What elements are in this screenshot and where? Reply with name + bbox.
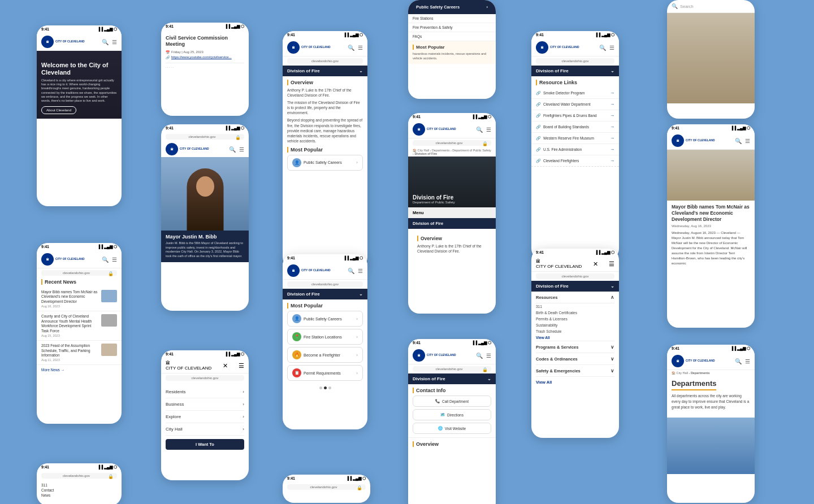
i-want-to-button[interactable]: I Want To: [166, 439, 244, 450]
search-icon[interactable]: 🔍: [735, 358, 742, 364]
close-icon[interactable]: ✕: [593, 260, 598, 268]
hero-title: Welcome to the City of Cleveland: [41, 62, 117, 76]
codes-label: Codes & Ordinances: [536, 357, 578, 362]
link-311[interactable]: 311: [41, 483, 117, 488]
news-item-2[interactable]: County and City of Cleveland Announce Yo…: [37, 311, 122, 341]
nav-sustainability[interactable]: Sustainability: [536, 322, 614, 328]
menu-icon[interactable]: ☰: [112, 39, 117, 45]
popular-item-permits[interactable]: 📋 Permit Requirements ›: [287, 365, 363, 381]
news-item-1[interactable]: Mayor Bibb names Tom McNair as Cleveland…: [37, 287, 122, 311]
safety-section-header[interactable]: Safety & Emergencies ∨: [536, 365, 614, 377]
time: 9:41: [672, 346, 679, 351]
chevron-down-icon[interactable]: ⌄: [487, 376, 491, 381]
menu-icon[interactable]: ☰: [609, 45, 614, 51]
menu-item-business[interactable]: Business ›: [166, 398, 244, 411]
nav-icons[interactable]: 🔍 ☰: [102, 257, 117, 263]
nav-311[interactable]: 311: [536, 303, 614, 310]
search-icon[interactable]: 🔍: [348, 268, 354, 274]
menu-item-cityhall[interactable]: City Hall ›: [166, 423, 244, 436]
nav-view-all-main[interactable]: View All: [536, 377, 614, 388]
nav-trash[interactable]: Trash Schedule: [536, 328, 614, 334]
menu-item[interactable]: Division of Fire: [408, 218, 496, 229]
directions-btn[interactable]: 🗺️ Directions: [413, 409, 491, 420]
logo-circle: 🏛: [287, 41, 300, 54]
chevron-down-icon[interactable]: ⌄: [610, 68, 614, 73]
search-icon[interactable]: 🔍: [476, 353, 483, 359]
about-button[interactable]: About Cleveland: [41, 106, 76, 114]
links-area: 311 Contact News: [37, 480, 122, 500]
nav-icons[interactable]: 🔍 ☰: [229, 146, 244, 153]
news-title: County and City of Cleveland Announce Yo…: [41, 314, 99, 333]
link-icon: 🔗: [536, 125, 541, 129]
menu-icon[interactable]: ☰: [745, 358, 750, 364]
popular-item[interactable]: 👤 Public Safety Careers ›: [287, 155, 363, 171]
nav-icons[interactable]: 🔍 ☰: [476, 353, 491, 359]
search-bar[interactable]: 🔍 Search: [667, 0, 755, 13]
search-icon[interactable]: 🔍: [599, 45, 606, 51]
menu-header: 🏛 CITY OF CLEVELAND ✕ ☰: [161, 358, 249, 373]
signal-icons: ▐▐ ▂▄▆ ⬡: [730, 126, 750, 131]
chevron-down-icon[interactable]: ⌄: [359, 68, 363, 73]
resource-link-1[interactable]: 🔗 Smoke Detector Program →: [531, 88, 619, 99]
resources-section-header[interactable]: Resources ∧: [536, 292, 614, 303]
popular-item-stations[interactable]: 📍 Fire Station Locations ›: [287, 329, 363, 345]
menu-icon[interactable]: ☰: [486, 127, 491, 133]
resource-link-2[interactable]: 🔗 Cleveland Water Department →: [531, 99, 619, 110]
menu-icon[interactable]: ☰: [239, 362, 244, 370]
more-news-link[interactable]: More News →: [37, 365, 122, 375]
chevron-down-icon[interactable]: ⌄: [610, 284, 614, 289]
event-url-text: https://www.youtube.com/cjcivilservice..…: [171, 55, 232, 59]
call-department-btn[interactable]: 📞 Call Department: [413, 396, 491, 407]
resource-link-6[interactable]: 🔗 U.S. Fire Administration →: [531, 144, 619, 155]
search-icon[interactable]: 🔍: [348, 45, 354, 51]
visit-website-btn[interactable]: 🌐 Visit Website: [413, 423, 491, 434]
nav-icons[interactable]: 🔍 ☰: [599, 45, 614, 51]
search-icon[interactable]: 🔍: [102, 257, 109, 263]
chevron-down-icon[interactable]: ⌄: [359, 292, 363, 297]
nav-view-all-resources[interactable]: View All: [536, 334, 614, 341]
nav-icons[interactable]: 🔍 ☰: [348, 45, 363, 51]
resource-link-7[interactable]: 🔗 Cleveland Firefighters →: [531, 155, 619, 167]
menu-icon[interactable]: ☰: [112, 257, 117, 263]
news-item-3[interactable]: 2023 Feast of the Assumption Schedule, T…: [37, 341, 122, 365]
search-icon[interactable]: 🔍: [102, 39, 109, 45]
search-icon[interactable]: 🔍: [735, 138, 742, 144]
close-icon[interactable]: ✕: [223, 362, 228, 370]
news-text: 2023 Feast of the Assumption Schedule, T…: [41, 344, 99, 362]
nav-permits[interactable]: Permits & Licenses: [536, 316, 614, 322]
menu-item-residents[interactable]: Residents ›: [166, 386, 244, 398]
site-name: CITY OF CLEVELAND: [427, 354, 456, 357]
nav-icons[interactable]: 🔍 ☰: [476, 127, 491, 133]
resource-link-3[interactable]: 🔗 Firefighters Pipes & Drums Band →: [531, 110, 619, 121]
nav-icons[interactable]: 🔍 ☰: [102, 39, 117, 45]
popular-item-firefighter[interactable]: 🔥 Become a Firefighter ›: [287, 347, 363, 363]
search-text[interactable]: Search: [680, 4, 694, 9]
nav-icons[interactable]: 🔍 ☰: [735, 358, 750, 364]
chevron-down-icon: ∨: [610, 356, 614, 362]
overview-title: Overview: [287, 80, 363, 85]
menu-item-explore[interactable]: Explore ›: [166, 411, 244, 423]
link-news[interactable]: News: [41, 493, 117, 498]
nav-icons[interactable]: 🔍 ☰: [735, 138, 750, 144]
resource-link-5[interactable]: 🔗 Western Reserve Fire Museum →: [531, 133, 619, 144]
link-contact[interactable]: Contact: [41, 488, 117, 493]
pagination-dots: [283, 383, 367, 393]
arrow-icon: →: [610, 124, 614, 129]
search-icon[interactable]: 🔍: [476, 127, 483, 133]
status-bar: 9:41 ▐▐ ▂▄▆ ⬡: [667, 345, 755, 353]
dropdown-item[interactable]: Public Safety Careers ›: [413, 3, 491, 11]
menu-icon[interactable]: ☰: [486, 353, 491, 359]
menu-icon[interactable]: ☰: [358, 268, 363, 274]
codes-section-header[interactable]: Codes & Ordinances ∨: [536, 353, 614, 365]
popular-item-careers[interactable]: 👤 Public Safety Careers ›: [287, 311, 363, 327]
search-icon[interactable]: 🔍: [229, 146, 236, 153]
menu-icon[interactable]: ☰: [239, 146, 244, 153]
menu-icon[interactable]: ☰: [358, 45, 363, 51]
nav-birth-death[interactable]: Birth & Death Certificates: [536, 310, 614, 316]
programs-section-header[interactable]: Programs & Services ∨: [536, 341, 614, 353]
resource-link-4[interactable]: 🔗 Board of Building Standards →: [531, 121, 619, 133]
menu-icon[interactable]: ☰: [745, 138, 750, 144]
news-title: Mayor Bibb names Tom McNair as Cleveland…: [41, 290, 99, 304]
menu-icon[interactable]: ☰: [609, 260, 614, 268]
nav-icons[interactable]: 🔍 ☰: [348, 268, 363, 274]
